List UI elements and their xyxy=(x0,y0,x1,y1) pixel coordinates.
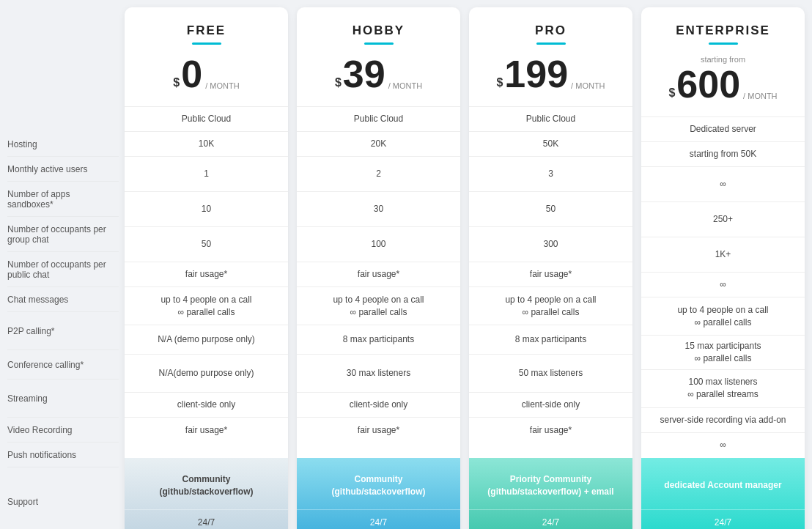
data-chat: fair usage* xyxy=(469,262,632,287)
data-group: 30 xyxy=(297,192,460,227)
label-video: Video Recording xyxy=(7,418,119,443)
data-video: client-side only xyxy=(125,393,288,418)
data-video: client-side only xyxy=(297,393,460,418)
plan-header: ENTERPRISE starting from $ 600 / MONTH xyxy=(641,7,805,117)
data-p2p: up to 4 people on a call ∞ parallel call… xyxy=(297,287,460,325)
price-symbol: $ xyxy=(173,77,180,93)
label-p2p: P2P calling* xyxy=(7,312,119,350)
plan-header: HOBBY $ 39 / MONTH xyxy=(297,7,460,107)
data-push: fair usage* xyxy=(469,418,632,443)
plan-bottom-section: Priority Community (github/stackoverflow… xyxy=(469,458,632,529)
label-public: Number of occupants per public chat xyxy=(7,252,119,287)
data-public: 300 xyxy=(469,227,632,262)
price-period: / MONTH xyxy=(743,92,777,103)
price-symbol: $ xyxy=(668,87,675,103)
plan-data-rows: Dedicated server starting from 50K ∞ 250… xyxy=(641,117,805,458)
data-hosting: Public Cloud xyxy=(297,107,460,132)
data-push: fair usage* xyxy=(125,418,288,443)
data-apps: ∞ xyxy=(641,167,805,202)
price-period: / MONTH xyxy=(388,82,422,93)
plan-header: FREE $ 0 / MONTH xyxy=(125,7,288,107)
data-group: 10 xyxy=(125,192,288,227)
plans-area: FREE $ 0 / MONTH Public Cloud 10K 1 10 5… xyxy=(125,7,805,529)
label-hosting: Hosting xyxy=(7,132,119,157)
labels-column: Hosting Monthly active users Number of a… xyxy=(7,7,125,529)
data-chat: ∞ xyxy=(641,273,805,297)
plan-name: ENTERPRISE xyxy=(649,23,797,38)
data-stream: 30 max listeners xyxy=(297,355,460,393)
data-support: Community (github/stackoverflow) xyxy=(125,458,288,509)
plan-underline-accent xyxy=(709,42,738,45)
data-monitoring: 24/7 xyxy=(297,509,460,529)
price-number: 39 xyxy=(343,55,385,93)
price-number: 0 xyxy=(181,55,202,93)
label-mau: Monthly active users xyxy=(7,157,119,182)
data-conf: N/A (demo purpose only) xyxy=(125,325,288,355)
data-monitoring: 24/7 xyxy=(125,509,288,529)
label-stream: Streaming xyxy=(7,380,119,418)
data-mau: 10K xyxy=(125,132,288,157)
price-number: 199 xyxy=(504,55,568,93)
data-public: 1K+ xyxy=(641,237,805,273)
data-chat: fair usage* xyxy=(297,262,460,287)
plan-name: HOBBY xyxy=(304,23,453,38)
plan-data-rows: Public Cloud 50K 3 50 300 fair usage* up… xyxy=(469,107,632,458)
data-mau: starting from 50K xyxy=(641,142,805,167)
plan-bottom-section: Community (github/stackoverflow) 24/7 xyxy=(297,458,460,529)
data-monitoring: 24/7 xyxy=(641,509,805,529)
data-hosting: Public Cloud xyxy=(469,107,632,132)
plan-hobby: HOBBY $ 39 / MONTH Public Cloud 20K 2 30… xyxy=(297,7,460,529)
label-support: Support xyxy=(7,467,119,529)
data-push: fair usage* xyxy=(297,418,460,443)
data-hosting: Public Cloud xyxy=(125,107,288,132)
data-p2p: up to 4 people on a call ∞ parallel call… xyxy=(125,287,288,325)
price-period: / MONTH xyxy=(205,82,239,93)
plan-enterprise: ENTERPRISE starting from $ 600 / MONTH D… xyxy=(641,7,805,529)
label-conf: Conference calling* xyxy=(7,350,119,380)
label-push: Push notifications xyxy=(7,443,119,467)
data-public: 100 xyxy=(297,227,460,262)
label-group: Number of occupants per group chat xyxy=(7,217,119,252)
data-apps: 2 xyxy=(297,157,460,192)
plan-bottom-section: Community (github/stackoverflow) 24/7 xyxy=(125,458,288,529)
plan-data-rows: Public Cloud 20K 2 30 100 fair usage* up… xyxy=(297,107,460,458)
data-conf: 15 max participants ∞ parallel calls xyxy=(641,336,805,370)
price-symbol: $ xyxy=(496,77,503,93)
plan-underline-accent xyxy=(192,42,221,45)
data-conf: 8 max participants xyxy=(469,325,632,355)
data-stream: 50 max listeners xyxy=(469,355,632,393)
plan-underline-accent xyxy=(536,42,566,45)
data-support: Community (github/stackoverflow) xyxy=(297,458,460,509)
plan-name: PRO xyxy=(476,23,625,38)
plan-pro: PRO $ 199 / MONTH Public Cloud 50K 3 50 … xyxy=(469,7,632,529)
plan-header: PRO $ 199 / MONTH xyxy=(469,7,632,107)
price-symbol: $ xyxy=(335,77,342,93)
data-group: 250+ xyxy=(641,202,805,237)
data-mau: 20K xyxy=(297,132,460,157)
data-hosting: Dedicated server xyxy=(641,117,805,142)
plan-underline-accent xyxy=(364,42,394,45)
data-chat: fair usage* xyxy=(125,262,288,287)
data-mau: 50K xyxy=(469,132,632,157)
data-public: 50 xyxy=(125,227,288,262)
data-push: ∞ xyxy=(641,433,805,458)
data-group: 50 xyxy=(469,192,632,227)
data-conf: 8 max participants xyxy=(297,325,460,355)
plan-free: FREE $ 0 / MONTH Public Cloud 10K 1 10 5… xyxy=(125,7,288,529)
data-p2p: up to 4 people on a call ∞ parallel call… xyxy=(469,287,632,325)
label-chat: Chat messages xyxy=(7,287,119,312)
data-monitoring: 24/7 xyxy=(469,509,632,529)
data-video: server-side recording via add-on xyxy=(641,408,805,433)
data-support: Priority Community (github/stackoverflow… xyxy=(469,458,632,509)
data-apps: 3 xyxy=(469,157,632,192)
data-video: client-side only xyxy=(469,393,632,418)
price-period: / MONTH xyxy=(571,82,605,93)
data-support: dedicated Account manager xyxy=(641,458,805,509)
data-apps: 1 xyxy=(125,157,288,192)
plan-bottom-section: dedicated Account manager 24/7 xyxy=(641,458,805,529)
data-p2p: up to 4 people on a call ∞ parallel call… xyxy=(641,297,805,336)
label-apps: Number of apps sandboxes* xyxy=(7,182,119,217)
plan-name: FREE xyxy=(132,23,281,38)
plan-data-rows: Public Cloud 10K 1 10 50 fair usage* up … xyxy=(125,107,288,458)
data-stream: 100 max listeners ∞ parallel streams xyxy=(641,370,805,408)
